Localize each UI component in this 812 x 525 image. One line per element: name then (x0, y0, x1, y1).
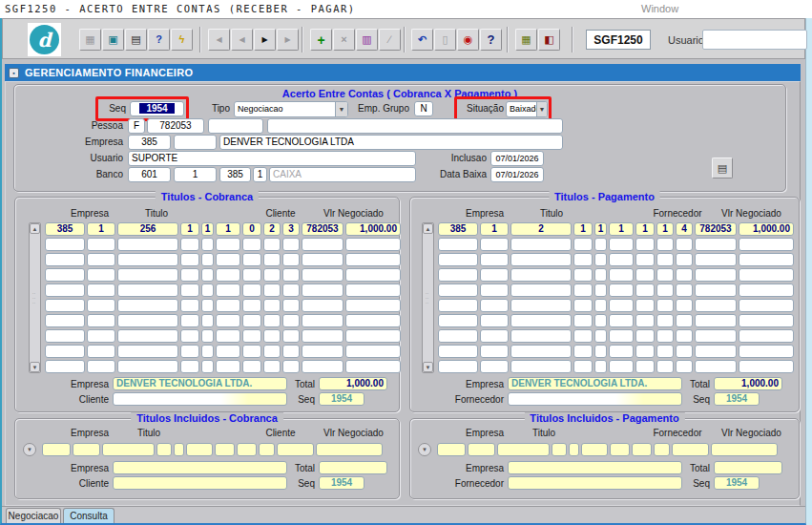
grid-cell[interactable] (438, 284, 478, 297)
cliente-footer-field[interactable] (113, 476, 287, 490)
scroll-down-icon[interactable]: ▼ (423, 362, 433, 372)
grid-cell[interactable] (263, 238, 281, 251)
grid-cell[interactable] (282, 253, 300, 266)
grid-cell[interactable] (302, 314, 344, 327)
total-field[interactable]: 1,000.00 (319, 377, 387, 390)
grid-cell[interactable] (480, 329, 509, 343)
grid-cell[interactable] (282, 360, 300, 373)
grid-cell-vlr[interactable] (739, 238, 794, 251)
grid-cell[interactable] (676, 238, 693, 251)
grid-cell[interactable] (277, 443, 314, 456)
grid-cell[interactable] (282, 284, 300, 297)
grid-cell[interactable]: 1 (609, 222, 634, 236)
grid-cell[interactable] (609, 360, 634, 373)
fornecedor-footer-field[interactable] (508, 476, 682, 490)
grid-cell[interactable] (117, 284, 178, 297)
banco-nome-field[interactable]: CAIXA (269, 167, 416, 182)
grid-cell[interactable] (573, 360, 593, 373)
grid-cell-vlr[interactable] (739, 253, 794, 266)
exit-button[interactable]: ◧ (538, 29, 560, 51)
grid-cell[interactable] (117, 329, 178, 343)
grid-cell[interactable] (117, 299, 178, 312)
grid-cell[interactable] (480, 268, 509, 282)
grid-row-empty[interactable] (45, 238, 401, 251)
total-field[interactable] (714, 461, 782, 474)
row-selector-button[interactable]: ▼ (418, 443, 431, 456)
grid-cell[interactable] (635, 345, 655, 358)
grid-cell[interactable] (282, 238, 300, 251)
grid-cell[interactable] (282, 329, 300, 343)
grid-cell[interactable] (45, 329, 85, 343)
grid-cell[interactable] (180, 360, 199, 373)
usuario-toolbar-input[interactable] (702, 30, 807, 50)
grid-cell[interactable] (180, 314, 199, 327)
grid-cell[interactable] (201, 314, 214, 327)
grid-cell[interactable] (480, 284, 509, 297)
empresa-codigo-field[interactable]: 385 (128, 135, 171, 150)
grid-cell-vlr[interactable] (345, 299, 401, 312)
grid-cell-vlr[interactable] (345, 360, 401, 373)
data-baixa-field[interactable]: 07/01/2026 (490, 167, 544, 182)
grid-row-empty[interactable] (45, 360, 401, 373)
grid-cell[interactable] (695, 329, 737, 343)
grid-cell[interactable] (201, 360, 214, 373)
grid-cell[interactable] (594, 314, 607, 327)
calculator-button[interactable]: ▦ (515, 29, 537, 51)
grid-cell[interactable] (695, 253, 737, 266)
grid-cell[interactable] (156, 443, 172, 456)
grid-cell[interactable] (609, 238, 634, 251)
nav-last-button[interactable]: ▶ (277, 29, 299, 51)
grid-cell[interactable] (186, 443, 213, 456)
scroll-up-icon[interactable]: ▲ (423, 223, 433, 234)
grid-cell[interactable] (302, 299, 344, 312)
grid-cell[interactable] (672, 443, 709, 456)
insert-record-button[interactable]: + (310, 29, 332, 51)
grid-cell[interactable] (302, 253, 344, 266)
grid-cell[interactable] (594, 284, 607, 297)
grid-cell[interactable] (117, 253, 178, 266)
grid-cell[interactable] (594, 345, 607, 358)
grid-cell[interactable] (573, 284, 593, 297)
grid-cell[interactable] (480, 360, 509, 373)
grid-cell[interactable] (102, 443, 155, 456)
grid-cell[interactable] (676, 345, 693, 358)
grid-cell[interactable] (609, 284, 634, 297)
grid-cell[interactable] (656, 268, 674, 282)
grid-cell[interactable] (480, 345, 509, 358)
grid-cell[interactable] (180, 299, 199, 312)
grid-cell[interactable]: 1 (573, 222, 593, 236)
grid-cell[interactable] (201, 268, 214, 282)
grid-cell[interactable] (438, 360, 478, 373)
grid-cell[interactable] (609, 345, 634, 358)
grid-cell[interactable] (242, 345, 261, 358)
grid-cell[interactable] (263, 360, 281, 373)
grid-cell[interactable] (242, 360, 261, 373)
pessoa-codigo-field[interactable]: 782053 (147, 118, 204, 134)
grid-cell[interactable] (609, 268, 634, 282)
seq-footer-field[interactable]: 1954 (319, 392, 364, 406)
grid-cell[interactable] (215, 443, 235, 456)
grid-cell[interactable] (242, 299, 261, 312)
grid-cell[interactable] (656, 299, 674, 312)
grid-cell[interactable] (216, 253, 240, 266)
seq-footer-field[interactable]: 1954 (714, 392, 760, 406)
grid-cell[interactable]: 2 (263, 222, 281, 236)
grid-cell[interactable] (480, 238, 509, 251)
grid-cell[interactable] (180, 345, 199, 358)
grid-cell[interactable] (695, 268, 737, 282)
scroll-up-icon[interactable]: ▲ (30, 223, 40, 234)
grid-cell[interactable] (654, 443, 670, 456)
grid-cell[interactable] (237, 443, 257, 456)
grid-cell[interactable] (242, 268, 261, 282)
grid-cell-vlr[interactable] (316, 443, 383, 456)
grid-row[interactable] (437, 443, 778, 456)
grid-cell[interactable]: 1 (480, 222, 509, 236)
grid-cell[interactable] (302, 238, 344, 251)
grid-cell[interactable] (695, 238, 737, 251)
grid-cell-vlr[interactable] (345, 345, 401, 358)
grid-cell[interactable] (87, 284, 115, 297)
grid-cell[interactable] (635, 314, 655, 327)
grid-cell[interactable] (201, 299, 214, 312)
total-field[interactable]: 1,000.00 (714, 377, 782, 390)
grid-cell[interactable] (117, 238, 178, 251)
